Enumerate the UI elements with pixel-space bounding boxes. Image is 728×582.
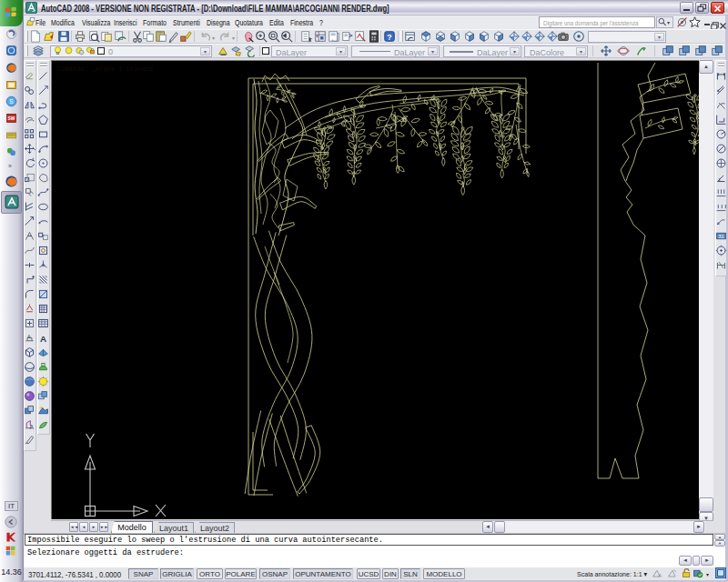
svg-text:?: ? — [387, 33, 391, 42]
svg-text:SW: SW — [8, 116, 15, 121]
svg-text:A: A — [27, 334, 31, 339]
svg-text:A: A — [30, 424, 35, 430]
svg-text:A: A — [659, 573, 662, 578]
svg-text:A: A — [40, 334, 46, 344]
svg-text:31: 31 — [718, 234, 723, 239]
svg-text:S: S — [9, 98, 14, 105]
